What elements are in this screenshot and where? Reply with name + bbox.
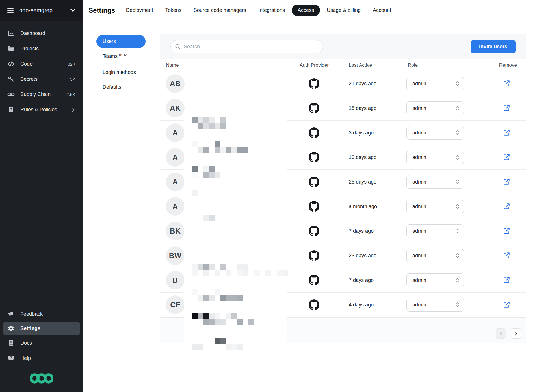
search-box[interactable] [170, 40, 323, 53]
redacted-block [220, 117, 226, 123]
remove-user-icon[interactable] [503, 301, 510, 309]
redacted-block [237, 264, 248, 270]
redacted-names-overlay [184, 109, 287, 354]
sidebar-item-label: Code [20, 61, 33, 67]
github-icon [309, 299, 319, 310]
role-select[interactable]: admin [406, 77, 464, 90]
sidebar-item-code[interactable]: Code32K [0, 56, 83, 71]
tab-usage-billing[interactable]: Usage & billing [327, 7, 361, 13]
redacted-block [215, 338, 220, 344]
search-input[interactable] [184, 44, 319, 50]
github-icon [309, 103, 319, 114]
sidebar-item-label: Settings [20, 326, 40, 332]
redacted-block [209, 295, 215, 301]
redacted-block [220, 295, 226, 301]
last-active-value: 10 days ago [349, 145, 376, 170]
sidebar-item-settings[interactable]: Settings [3, 322, 80, 335]
last-active-value: 7 days ago [349, 219, 374, 243]
redacted-block [192, 264, 198, 270]
tab-deployment[interactable]: Deployment [126, 7, 153, 13]
role-select[interactable]: admin [406, 273, 464, 287]
org-switcher[interactable]: ooo-semgrep [0, 0, 83, 21]
remove-user-icon[interactable] [503, 202, 510, 210]
subnav-item-login-methods[interactable]: Login methods [103, 69, 136, 75]
chevron-updown-icon [456, 252, 460, 259]
sidebar-item-secrets[interactable]: Secrets5K [0, 71, 83, 87]
last-active-value: 3 days ago [349, 121, 374, 145]
remove-user-icon[interactable] [503, 178, 510, 186]
toolbar-panel: Invite users [160, 34, 526, 59]
tab-access[interactable]: Access [292, 5, 320, 16]
tab-tokens[interactable]: Tokens [165, 7, 181, 13]
tab-source-code-managers[interactable]: Source code managers [194, 7, 246, 13]
github-icon [309, 127, 319, 138]
users-table-body: AB21 days agoadminAK18 days agoadminA3 d… [160, 71, 526, 317]
chevron-updown-icon [456, 179, 460, 185]
chevron-updown-icon [456, 277, 460, 283]
role-select[interactable]: admin [406, 224, 464, 238]
sidebar-item-feedback[interactable]: Feedback [0, 306, 83, 322]
role-select[interactable]: admin [406, 175, 464, 189]
redacted-block [209, 215, 215, 221]
last-active-value: 23 days ago [349, 243, 376, 268]
count-badge: 2.5K [66, 92, 75, 97]
column-header-role: Role [408, 62, 418, 68]
redacted-block [215, 289, 220, 295]
redacted-block [203, 295, 209, 301]
role-select[interactable]: admin [406, 200, 464, 213]
sidebar-item-dashboard[interactable]: Dashboard [0, 26, 83, 41]
pagination-next-button[interactable] [511, 328, 521, 339]
remove-user-icon[interactable] [503, 129, 510, 137]
redacted-block [203, 147, 209, 153]
sidebar-item-docs[interactable]: Docs [0, 335, 83, 350]
subnav-item-defaults[interactable]: Defaults [103, 84, 121, 90]
redacted-block [209, 117, 215, 123]
sidebar-item-label: Projects [20, 46, 39, 52]
search-icon [175, 44, 181, 50]
role-select[interactable]: admin [406, 249, 464, 262]
redacted-block [203, 264, 209, 270]
sidebar-item-projects[interactable]: Projects [0, 41, 83, 56]
github-icon [309, 78, 319, 89]
redacted-block [226, 344, 231, 350]
pagination-prev-button[interactable] [496, 328, 506, 339]
role-select[interactable]: admin [406, 298, 464, 312]
sidebar-item-help[interactable]: ?Help [0, 350, 83, 366]
redacted-block [203, 123, 209, 129]
tab-account[interactable]: Account [373, 7, 391, 13]
sidebar-item-supply-chain[interactable]: Supply Chain2.5K [0, 87, 83, 102]
role-select[interactable]: admin [406, 126, 464, 140]
redacted-block [237, 344, 243, 350]
tab-integrations[interactable]: Integrations [258, 7, 285, 13]
role-value: admin [412, 302, 426, 308]
remove-user-icon[interactable] [503, 227, 510, 235]
last-active-value: 21 days ago [349, 71, 376, 96]
hamburger-menu-icon[interactable] [7, 8, 14, 13]
role-select[interactable]: admin [406, 151, 464, 164]
subnav-item-users[interactable]: Users [96, 35, 146, 48]
remove-user-icon[interactable] [503, 153, 510, 161]
remove-user-icon[interactable] [503, 104, 510, 112]
chevron-updown-icon [456, 130, 460, 136]
redacted-block [215, 172, 220, 178]
gear-icon [7, 325, 15, 332]
settings-tabs: DeploymentTokensSource code managersInte… [126, 5, 391, 16]
invite-users-button[interactable]: Invite users [471, 40, 516, 53]
redacted-block [192, 141, 198, 147]
subnav-item-teams[interactable]: TeamsBETA [103, 53, 127, 59]
column-header-auth: Auth Provider [298, 62, 330, 68]
role-select[interactable]: admin [406, 101, 464, 115]
help-icon: ? [7, 355, 15, 361]
redacted-block [220, 264, 226, 270]
remove-user-icon[interactable] [503, 252, 510, 260]
github-icon [309, 201, 319, 212]
redacted-block [198, 264, 203, 270]
remove-user-icon[interactable] [503, 276, 510, 284]
folder-icon [7, 45, 15, 52]
rules-icon [7, 106, 15, 113]
sidebar-item-rules-policies[interactable]: Rules & Policies [0, 102, 83, 117]
role-value: admin [412, 204, 426, 210]
remove-user-icon[interactable] [503, 80, 510, 88]
role-value: admin [412, 154, 426, 160]
last-active-value: a month ago [349, 194, 377, 219]
